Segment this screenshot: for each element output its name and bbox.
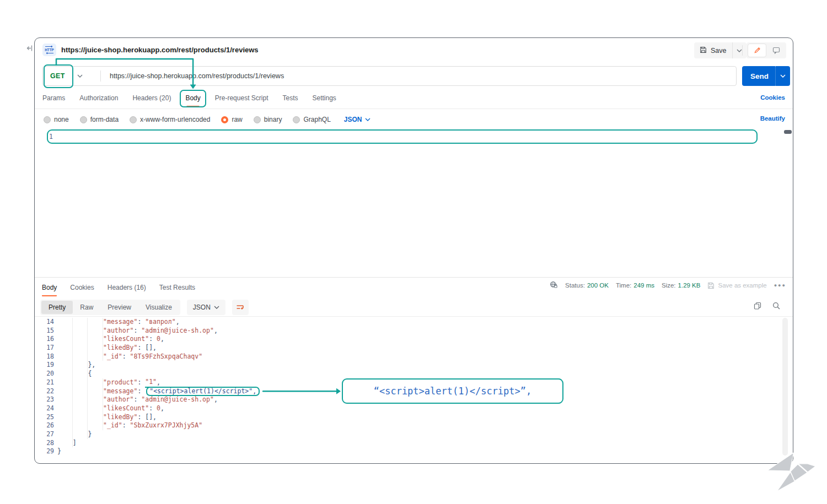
line-content: "author": "admin@juice-sh.op",	[57, 327, 218, 335]
radio-raw[interactable]	[221, 116, 228, 123]
indent-guide	[88, 353, 103, 361]
wrap-lines-button[interactable]	[232, 300, 249, 315]
response-divider	[35, 277, 793, 278]
line-number: 24	[35, 404, 54, 413]
save-button[interactable]: Save	[694, 42, 732, 58]
send-options-chevron[interactable]	[775, 66, 790, 86]
tab-headers-20[interactable]: Headers (20)	[132, 94, 171, 102]
method-label: GET	[50, 72, 65, 80]
indent-guide	[73, 361, 88, 370]
copy-icon[interactable]	[754, 302, 761, 312]
code-token: :	[137, 413, 145, 422]
code-token: },	[88, 361, 95, 370]
body-mode-label: none	[54, 116, 69, 123]
code-token: "admin@juice-sh.op"	[141, 395, 214, 404]
body-mode-raw[interactable]: raw	[221, 116, 242, 123]
code-token: "likedBy"	[103, 344, 137, 353]
edit-button[interactable]	[748, 44, 766, 57]
view-tab-pretty[interactable]: Pretty	[41, 301, 73, 314]
send-button[interactable]: Send	[742, 66, 790, 86]
line-content: "likedBy": [],	[57, 344, 157, 353]
code-token: "message"	[103, 318, 137, 327]
tab-params[interactable]: Params	[42, 94, 65, 102]
body-mode-none[interactable]: none	[44, 116, 69, 123]
cookies-link[interactable]: Cookies	[760, 94, 785, 101]
line-content: "_id": "8Ts9FzhSxpqaChaqv"	[57, 353, 202, 361]
line-number: 25	[35, 413, 54, 422]
tab-body[interactable]: Body	[185, 94, 200, 102]
indent-guide	[73, 421, 88, 430]
line-content: "likesCount": 0,	[57, 404, 164, 413]
radio-form-data[interactable]	[80, 116, 87, 123]
raw-format-selector[interactable]: JSON	[344, 116, 370, 123]
comment-button[interactable]	[766, 47, 786, 54]
save-icon	[700, 46, 707, 55]
body-mode-graphql[interactable]: GraphQL	[293, 116, 330, 123]
code-token: "_id"	[103, 353, 122, 361]
code-line: 15"author": "admin@juice-sh.op",	[35, 327, 782, 335]
indent-guide	[73, 395, 88, 404]
indent-guide	[57, 439, 73, 448]
toolbar-divider	[742, 45, 743, 56]
view-tab-raw[interactable]: Raw	[73, 301, 100, 314]
indent-guide	[88, 421, 103, 430]
code-token: 0	[157, 335, 160, 344]
response-tab-test-results[interactable]: Test Results	[159, 284, 195, 291]
editor-line[interactable]: 1	[35, 129, 793, 144]
code-token: :	[133, 395, 141, 404]
indent-guide	[73, 430, 88, 439]
radio-x-www-form-urlencoded[interactable]	[130, 116, 137, 123]
network-icon[interactable]	[550, 281, 558, 290]
editor-scrollbar-thumb[interactable]	[784, 130, 792, 134]
drag-handle-icon	[26, 44, 33, 54]
response-tab-cookies[interactable]: Cookies	[70, 284, 94, 291]
response-format-label: JSON	[193, 304, 211, 311]
indent-guide	[57, 370, 73, 378]
line-content: "_id": "SbxZuxrx7PJXhjy5A"	[57, 421, 202, 430]
raw-format-label: JSON	[344, 116, 362, 123]
indent-guide	[57, 378, 73, 387]
indent-guide	[57, 404, 73, 413]
http-request-icon: HTTP	[42, 44, 56, 56]
tab-tests[interactable]: Tests	[282, 94, 298, 102]
tab-authorization[interactable]: Authorization	[79, 94, 118, 102]
response-scrollbar[interactable]	[782, 318, 788, 456]
response-tab-body[interactable]: Body	[42, 284, 57, 296]
code-token: :	[149, 404, 157, 413]
more-options-icon[interactable]: ●●●	[774, 283, 786, 288]
code-token: :	[137, 387, 145, 396]
radio-graphql[interactable]	[293, 116, 300, 123]
tab-pre-request-script[interactable]: Pre-request Script	[215, 94, 268, 102]
indent-guide	[88, 344, 103, 353]
view-tabs: PrettyRawPreviewVisualize	[40, 300, 180, 315]
view-tab-preview[interactable]: Preview	[100, 301, 138, 314]
radio-none[interactable]	[44, 116, 51, 123]
save-as-example-button[interactable]: Save as example	[707, 282, 766, 289]
line-number: 23	[35, 395, 54, 404]
method-selector[interactable]: GET	[43, 67, 100, 85]
body-mode-binary[interactable]: binary	[254, 116, 282, 123]
search-icon[interactable]	[772, 302, 780, 312]
code-token: "likesCount"	[103, 335, 149, 344]
response-format-selector[interactable]: JSON	[187, 300, 225, 315]
line-number: 27	[35, 430, 54, 439]
request-tabs: ParamsAuthorizationHeaders (20)BodyPre-r…	[35, 87, 793, 109]
active-tab-underline	[186, 106, 199, 107]
method-chevron-icon	[77, 74, 83, 78]
tab-settings[interactable]: Settings	[313, 94, 336, 102]
body-mode-x-www-form-urlencoded[interactable]: x-www-form-urlencoded	[130, 116, 210, 123]
view-tab-visualize[interactable]: Visualize	[138, 301, 179, 314]
response-tab-headers-16[interactable]: Headers (16)	[108, 284, 146, 291]
code-token: "likedBy"	[103, 413, 137, 422]
radio-binary[interactable]	[254, 116, 261, 123]
code-line: 17"likedBy": [],	[35, 344, 782, 353]
indent-guide	[73, 353, 88, 361]
request-body-editor[interactable]: 1	[35, 129, 793, 276]
svg-text:HTTP: HTTP	[45, 48, 54, 52]
url-input[interactable]: https://juice-shop.herokuapp.com/rest/pr…	[110, 72, 284, 80]
body-mode-form-data[interactable]: form-data	[80, 116, 119, 123]
save-options-chevron[interactable]	[732, 42, 747, 58]
code-token: "<script>alert(1)<	[149, 387, 218, 395]
beautify-link[interactable]: Beautify	[760, 115, 785, 122]
line-content: "author": "admin@juice-sh.op",	[57, 395, 218, 404]
